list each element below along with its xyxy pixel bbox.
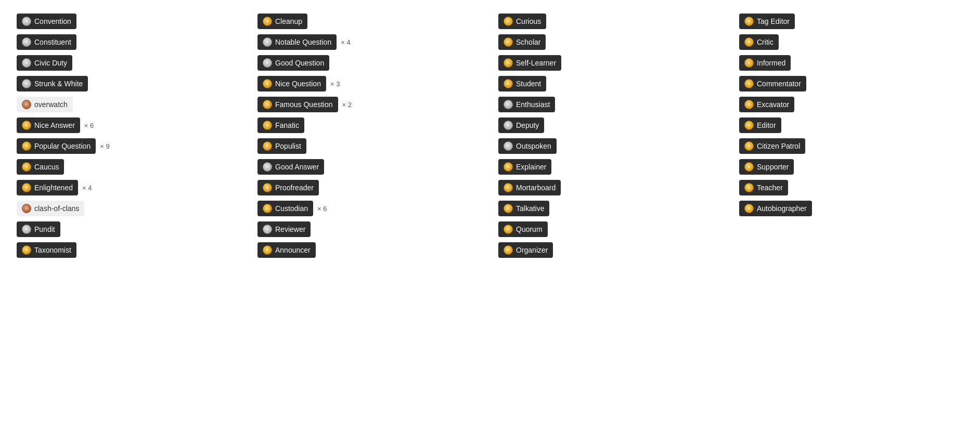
badge-label: Enlightened xyxy=(34,184,73,192)
badge-item[interactable]: Nice Answer xyxy=(17,117,80,133)
badge-item[interactable]: Deputy xyxy=(498,117,544,133)
badge-item[interactable]: Pundit xyxy=(17,221,60,237)
gold-badge-icon xyxy=(744,58,754,68)
badge-item[interactable]: overwatch xyxy=(17,97,73,112)
badge-row: Good Question xyxy=(257,55,482,71)
badge-item[interactable]: Convention xyxy=(17,14,76,29)
badge-item[interactable]: Strunk & White xyxy=(17,76,88,91)
badge-item[interactable]: Explainer xyxy=(498,159,551,175)
badge-row: Editor xyxy=(739,117,963,133)
badge-row: Announcer xyxy=(257,242,482,258)
badge-item[interactable]: Notable Question xyxy=(257,34,337,50)
badge-label: Self-Learner xyxy=(516,59,556,67)
badge-item[interactable]: Taxonomist xyxy=(17,242,76,258)
badge-item[interactable]: clash-of-clans xyxy=(17,201,84,216)
badge-label: Good Answer xyxy=(275,163,319,171)
badge-count: × 9 xyxy=(100,142,109,150)
badge-item[interactable]: Outspoken xyxy=(498,138,557,154)
silver-badge-icon xyxy=(22,79,31,88)
badge-item[interactable]: Famous Question xyxy=(257,97,338,112)
badge-item[interactable]: Enthusiast xyxy=(498,97,555,112)
gold-badge-icon xyxy=(22,162,31,172)
badge-item[interactable]: Quorum xyxy=(498,221,548,237)
badge-item[interactable]: Popular Question xyxy=(17,138,96,154)
gold-badge-icon xyxy=(744,37,754,47)
badge-item[interactable]: Good Question xyxy=(257,55,329,71)
badge-item[interactable]: Scholar xyxy=(498,34,546,50)
badge-item[interactable]: Informed xyxy=(739,55,791,71)
badge-label: Nice Question xyxy=(275,80,321,88)
gold-badge-icon xyxy=(263,121,272,130)
badge-item[interactable]: Fanatic xyxy=(257,117,304,133)
badge-label: Custodian xyxy=(275,204,308,213)
gold-badge-icon xyxy=(504,183,513,192)
badge-label: Excavator xyxy=(757,100,789,109)
badge-item[interactable]: Curious xyxy=(498,14,546,29)
badge-item[interactable]: Autobiographer xyxy=(739,201,812,216)
badge-row: Nice Answer× 6 xyxy=(17,117,241,133)
gold-badge-icon xyxy=(744,162,754,172)
badge-item[interactable]: Teacher xyxy=(739,180,788,195)
badge-row: Populist xyxy=(257,138,482,154)
badge-label: Curious xyxy=(516,17,541,25)
badge-label: Enthusiast xyxy=(516,100,550,109)
badge-row: Mortarboard xyxy=(498,180,723,195)
badge-row: Good Answer xyxy=(257,159,482,175)
silver-badge-icon xyxy=(22,58,31,68)
badge-label: Autobiographer xyxy=(757,204,807,213)
badge-row: Curious xyxy=(498,14,723,29)
badge-item[interactable]: Citizen Patrol xyxy=(739,138,805,154)
gold-badge-icon xyxy=(504,79,513,88)
badge-item[interactable]: Self-Learner xyxy=(498,55,561,71)
badge-item[interactable]: Civic Duty xyxy=(17,55,72,71)
badge-item[interactable]: Organizer xyxy=(498,242,553,258)
badge-row: Citizen Patrol xyxy=(739,138,963,154)
badge-label: Convention xyxy=(34,17,71,25)
gold-badge-icon xyxy=(263,79,272,88)
badge-item[interactable]: Tag Editor xyxy=(739,14,795,29)
gold-badge-icon xyxy=(22,121,31,130)
badge-label: Commentator xyxy=(757,80,801,88)
badge-row: Convention xyxy=(17,14,241,29)
badge-item[interactable]: Nice Question xyxy=(257,76,326,91)
badge-row: Critic xyxy=(739,34,963,50)
silver-badge-icon xyxy=(22,225,31,234)
badge-label: Talkative xyxy=(516,204,544,213)
badge-row: Constituent xyxy=(17,34,241,50)
badge-item[interactable]: Caucus xyxy=(17,159,64,175)
gold-badge-icon xyxy=(504,37,513,47)
badge-item[interactable]: Custodian xyxy=(257,201,313,216)
badge-item[interactable]: Populist xyxy=(257,138,306,154)
badge-item[interactable]: Reviewer xyxy=(257,221,311,237)
badge-item[interactable]: Proofreader xyxy=(257,180,319,195)
badge-item[interactable]: Constituent xyxy=(17,34,76,50)
badge-label: Announcer xyxy=(275,246,311,254)
badge-count: × 4 xyxy=(341,38,350,46)
badge-item[interactable]: Critic xyxy=(739,34,779,50)
badge-row: Pundit xyxy=(17,221,241,237)
badge-item[interactable]: Student xyxy=(498,76,546,91)
badge-item[interactable]: Good Answer xyxy=(257,159,324,175)
badge-item[interactable]: Announcer xyxy=(257,242,316,258)
gold-badge-icon xyxy=(504,17,513,26)
silver-badge-icon xyxy=(263,37,272,47)
silver-badge-icon xyxy=(22,17,31,26)
badge-item[interactable]: Commentator xyxy=(739,76,806,91)
gold-badge-icon xyxy=(504,162,513,172)
badge-item[interactable]: Excavator xyxy=(739,97,794,112)
badge-label: Critic xyxy=(757,38,773,46)
badge-item[interactable]: Mortarboard xyxy=(498,180,561,195)
badge-row: Explainer xyxy=(498,159,723,175)
badge-item[interactable]: Enlightened xyxy=(17,180,78,195)
badge-count: × 4 xyxy=(82,184,92,192)
badge-item[interactable]: Talkative xyxy=(498,201,549,216)
badge-row: Famous Question× 2 xyxy=(257,97,482,112)
badge-label: Caucus xyxy=(34,163,59,171)
gold-badge-icon xyxy=(263,245,272,255)
badge-item[interactable]: Cleanup xyxy=(257,14,307,29)
badge-row: Outspoken xyxy=(498,138,723,154)
badge-item[interactable]: Supporter xyxy=(739,159,794,175)
badge-label: Mortarboard xyxy=(516,184,556,192)
gold-badge-icon xyxy=(22,245,31,255)
badge-item[interactable]: Editor xyxy=(739,117,781,133)
